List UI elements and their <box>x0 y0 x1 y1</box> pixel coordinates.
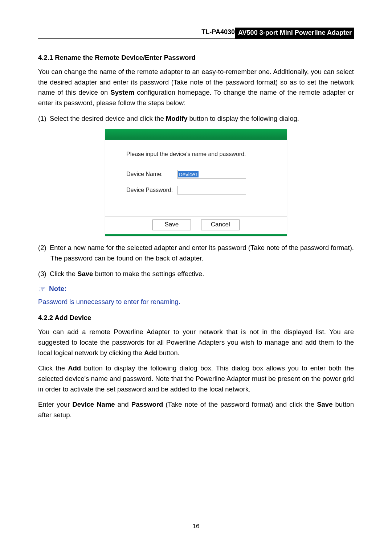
cancel-button[interactable]: Cancel <box>201 219 240 230</box>
text: Enter your <box>38 401 72 408</box>
header-model: TL-PA4030 <box>201 28 235 36</box>
modify-dialog: Please input the device's name and passw… <box>105 129 287 236</box>
text-bold: Save <box>317 401 332 408</box>
note-label: Note: <box>49 285 67 292</box>
text: Enter a new name for the selected adapte… <box>50 244 354 262</box>
text-bold: Device Name <box>72 401 115 408</box>
header-separator: TL-PA4030 AV500 3-port Mini Powerline Ad… <box>38 29 354 39</box>
text: button. <box>157 349 180 357</box>
step-3: (3)Click the Save button to make the set… <box>38 269 354 279</box>
section-421-p1: You can change the name of the remote ad… <box>38 67 354 108</box>
text-bold: System <box>110 89 134 96</box>
text-bold: Add <box>68 364 81 372</box>
device-name-input[interactable]: Device1 <box>177 170 246 178</box>
section-422-p2: Click the Add button to display the foll… <box>38 363 354 394</box>
step-2: (2)Enter a new name for the selected ada… <box>38 243 354 263</box>
note-body: Password is unnecessary to enter for ren… <box>38 298 354 306</box>
text: button to make the settings effective. <box>93 270 204 278</box>
note-heading: ☞Note: <box>38 284 354 294</box>
text: button to display the following dialog b… <box>38 364 354 393</box>
header-product: AV500 3-port Mini Powerline Adapter <box>235 28 354 39</box>
text-bold: Save <box>77 270 93 278</box>
dialog-body: Please input the device's name and passw… <box>105 140 287 216</box>
text: (Take note of the password format) and c… <box>163 401 317 408</box>
section-422-p3: Enter your Device Name and Password (Tak… <box>38 399 354 420</box>
text-bold: Add <box>144 349 157 357</box>
text: button to display the following dialog. <box>187 115 299 122</box>
dialog-bottombar <box>105 234 287 236</box>
text: and <box>115 401 131 408</box>
device-name-value: Device1 <box>178 171 199 177</box>
save-button[interactable]: Save <box>152 219 191 230</box>
step-number: (3) <box>38 269 50 279</box>
text: You can add a remote Powerline Adapter t… <box>38 328 354 356</box>
text: Click the <box>50 270 77 278</box>
text-bold: Password <box>131 401 163 408</box>
section-422-heading: 4.2.2 Add Device <box>38 314 354 322</box>
pointing-hand-icon: ☞ <box>38 284 46 294</box>
step-number: (1) <box>38 114 50 124</box>
dialog-button-row: Save Cancel <box>105 217 287 234</box>
device-password-row: Device Password: <box>126 186 266 194</box>
step-1: (1)Select the desired device and click t… <box>38 114 354 124</box>
page-number: 16 <box>0 523 392 530</box>
device-name-label: Device Name: <box>126 171 177 177</box>
dialog-instruction: Please input the device's name and passw… <box>126 151 266 157</box>
device-password-input[interactable] <box>177 186 246 194</box>
step-number: (2) <box>38 243 50 253</box>
device-name-row: Device Name: Device1 <box>126 170 266 178</box>
dialog-titlebar <box>105 129 287 140</box>
text-bold: Modify <box>166 115 188 122</box>
device-password-label: Device Password: <box>126 187 177 193</box>
section-422-p1: You can add a remote Powerline Adapter t… <box>38 327 354 358</box>
text: Select the desired device and click the <box>50 115 166 122</box>
section-421-heading: 4.2.1 Rename the Remote Device/Enter Pas… <box>38 54 354 62</box>
page: TL-PA4030 AV500 3-port Mini Powerline Ad… <box>0 0 392 554</box>
text: Click the <box>38 364 68 372</box>
